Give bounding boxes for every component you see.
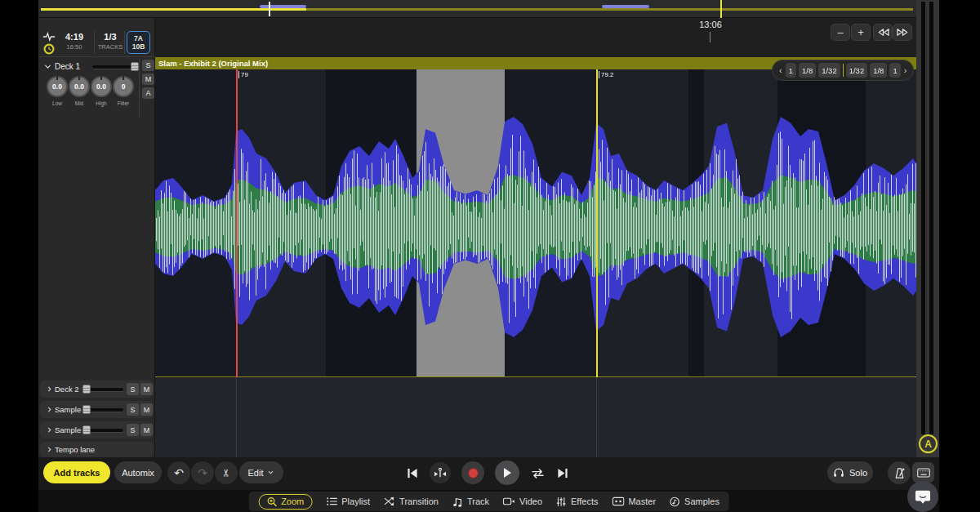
plus-icon: + — [858, 26, 864, 38]
total-time: 16:50 — [58, 43, 91, 51]
keyboard-shortcuts-button[interactable] — [912, 462, 934, 483]
zoom-out-button[interactable]: – — [831, 24, 850, 41]
left-panel: 4:19 16:50 1/3 TRACKS 7A 10B Deck 1 S M … — [38, 18, 155, 457]
mid-knob[interactable]: 0.0 — [69, 76, 90, 97]
sample1-volume-thumb[interactable] — [82, 405, 91, 414]
menu-label-zoom: Zoom — [281, 496, 304, 506]
record-icon — [468, 468, 479, 479]
automix-button[interactable]: Automix — [114, 461, 162, 483]
filter-knob[interactable]: 0 — [113, 76, 134, 97]
playlist-icon — [326, 496, 337, 506]
deck2-mute-button[interactable]: M — [140, 383, 153, 395]
menu-tab-transition[interactable]: Transition — [384, 496, 439, 506]
minus-icon: – — [837, 26, 843, 38]
menu-label-transition: Transition — [399, 496, 439, 506]
zoom-ratio-button[interactable]: 1/32 — [846, 63, 868, 78]
sample2-solo-button[interactable]: S — [127, 424, 139, 436]
ruler-time-label: 13:06 — [692, 20, 729, 29]
chevron-right-icon[interactable] — [46, 446, 53, 453]
menu-tab-master[interactable]: Master — [612, 496, 656, 506]
zoom-ratio-button[interactable]: 1/8 — [870, 63, 887, 78]
edit-menu-button[interactable]: Edit — [239, 461, 283, 483]
menu-tab-samples[interactable]: Samples — [670, 496, 719, 507]
zoom-ratio-button[interactable]: 1/32 — [818, 63, 840, 78]
skip-to-end-button[interactable] — [556, 467, 569, 479]
record-button[interactable] — [461, 461, 484, 484]
chevron-down-icon — [267, 469, 274, 476]
tempo-lane[interactable]: Tempo lane — [40, 442, 154, 457]
skip-to-start-icon — [406, 467, 419, 479]
jump-to-playhead-icon — [434, 467, 447, 479]
menu-tab-zoom[interactable]: Zoom — [258, 494, 312, 510]
meter-bar-right — [929, 2, 933, 434]
deck2-solo-button[interactable]: S — [127, 383, 139, 395]
add-tracks-button[interactable]: Add tracks — [43, 461, 110, 483]
zoom-ratio-button[interactable]: 1 — [786, 63, 796, 78]
deck2-lane[interactable]: Deck 2 S M — [40, 381, 154, 398]
menu-tab-effects[interactable]: Effects — [556, 496, 598, 507]
panel-divider — [124, 31, 125, 54]
sample2-volume-slider[interactable] — [86, 429, 123, 432]
undo-icon: ↶ — [174, 466, 184, 479]
undo-button[interactable]: ↶ — [167, 461, 190, 484]
chat-bubble-icon — [915, 489, 931, 505]
metronome-button[interactable] — [888, 461, 911, 484]
split-button[interactable]: ✂ — [215, 461, 238, 484]
zoom-prev-button[interactable]: ‹ — [778, 65, 783, 75]
play-button[interactable] — [495, 461, 519, 485]
keyboard-icon — [917, 468, 930, 478]
deck2-volume-thumb[interactable] — [82, 385, 91, 394]
skip-to-start-button[interactable] — [406, 467, 419, 479]
chevron-right-icon[interactable] — [46, 426, 53, 434]
panel-divider — [94, 31, 95, 54]
sample1-mute-button[interactable]: M — [140, 403, 153, 416]
sample2-lane[interactable]: Sample 2 S M — [40, 421, 154, 439]
help-chat-button[interactable] — [907, 481, 938, 512]
sample1-solo-button[interactable]: S — [127, 403, 139, 416]
menu-tab-video[interactable]: Video — [503, 496, 542, 506]
cue-marker[interactable] — [596, 69, 598, 377]
minimap-cursor[interactable] — [269, 2, 270, 16]
deck2-label: Deck 2 — [55, 385, 79, 394]
jump-to-playhead-button[interactable] — [430, 462, 451, 483]
playhead-marker[interactable] — [236, 69, 238, 377]
menu-tab-track[interactable]: Track — [452, 496, 489, 507]
solo-button[interactable]: Solo — [827, 461, 873, 483]
chevron-right-icon[interactable] — [46, 385, 53, 393]
loop-button[interactable] — [530, 467, 546, 479]
timeline-minimap[interactable] — [38, 0, 939, 18]
deck1-automation-button[interactable]: A — [142, 87, 154, 99]
zoom-in-button[interactable]: + — [851, 24, 871, 41]
fast-forward-button[interactable] — [893, 24, 912, 41]
chevron-right-icon[interactable] — [46, 406, 53, 413]
sample1-volume-slider[interactable] — [86, 408, 123, 412]
deck1-volume-thumb[interactable] — [131, 62, 139, 71]
cue-marker-label: 79.2 — [599, 71, 614, 78]
zoom-next-button[interactable]: › — [903, 65, 908, 75]
low-knob-label: Low — [47, 100, 68, 106]
zoom-ratio-button[interactable]: 1 — [889, 63, 900, 78]
key-badge[interactable]: 7A 10B — [127, 31, 150, 54]
deck1-solo-button[interactable]: S — [142, 60, 154, 71]
deck1-mute-button[interactable]: M — [142, 73, 154, 85]
key-bottom: 10B — [127, 42, 149, 51]
menu-tab-playlist[interactable]: Playlist — [326, 496, 370, 506]
chevron-down-icon[interactable] — [43, 62, 52, 71]
sample2-mute-button[interactable]: M — [140, 424, 153, 436]
zoom-ratio-button[interactable]: 1/8 — [799, 63, 816, 78]
waveform-canvas[interactable] — [155, 69, 916, 377]
video-camera-icon — [503, 496, 515, 506]
minimap-clip-1[interactable] — [260, 5, 306, 8]
minimap-playhead[interactable] — [720, 0, 722, 18]
beat-zoom-control: ‹ 1 1/8 1/32 1/32 1/8 1 › — [772, 60, 914, 81]
empty-lane-area[interactable] — [155, 377, 916, 457]
redo-button[interactable]: ↷ — [191, 461, 214, 484]
high-knob-label: High — [91, 100, 112, 106]
low-knob[interactable]: 0.0 — [47, 76, 68, 97]
deck2-volume-slider[interactable] — [86, 388, 123, 391]
high-knob[interactable]: 0.0 — [91, 76, 112, 97]
rewind-button[interactable] — [873, 24, 893, 41]
sample1-lane[interactable]: Sample 1 S M — [40, 401, 154, 418]
sample2-volume-thumb[interactable] — [82, 425, 91, 434]
minimap-clip-2[interactable] — [602, 5, 649, 8]
